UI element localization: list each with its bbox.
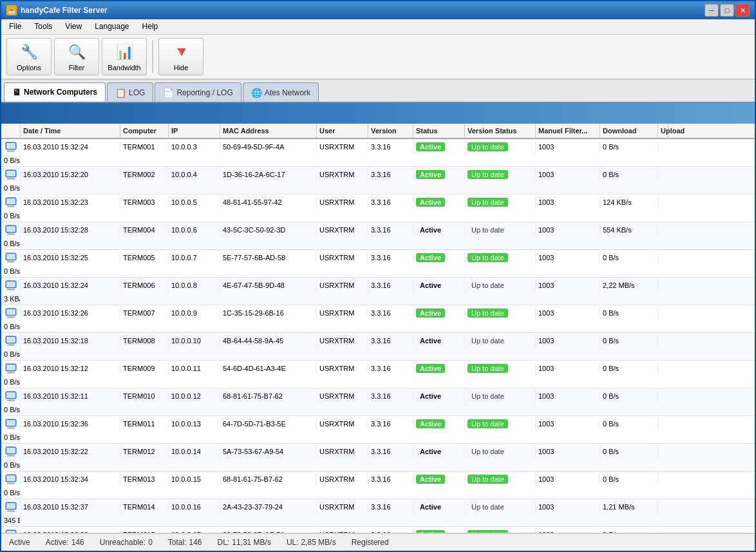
row-mac: 2A-43-23-37-79-24 bbox=[220, 501, 317, 513]
app-icon: ☕ bbox=[6, 5, 17, 15]
hide-button[interactable]: 🔻 Hide bbox=[158, 38, 203, 75]
row-mac: 68-81-61-75-B7-62 bbox=[220, 390, 317, 402]
row-version: 3.3.16 bbox=[368, 224, 413, 236]
table-row[interactable]: 16.03.2010 15:32:25 TERM005 10.0.0.7 5E-… bbox=[1, 250, 755, 278]
row-version: 3.3.16 bbox=[368, 390, 413, 402]
row-datetime: 16.03.2010 15:32:28 bbox=[21, 224, 120, 236]
tab-ates-network[interactable]: 🌐 Ates Network bbox=[243, 82, 319, 102]
table-row[interactable]: 16.03.2010 15:32:24 TERM006 10.0.0.8 4E-… bbox=[1, 278, 755, 305]
main-content: Date / Time Computer IP MAC Address User… bbox=[1, 124, 755, 533]
table-row[interactable]: 16.03.2010 15:32:36 TERM011 10.0.0.13 64… bbox=[1, 416, 755, 444]
row-download: 0 B/s bbox=[600, 169, 658, 180]
filter-button[interactable]: 🔍 Filter bbox=[54, 38, 99, 75]
table-row[interactable]: 16.03.2010 15:32:18 TERM008 10.0.0.10 4B… bbox=[1, 333, 755, 361]
row-ip: 10.0.0.12 bbox=[169, 390, 220, 402]
svg-rect-18 bbox=[7, 262, 15, 263]
maximize-button[interactable]: □ bbox=[720, 4, 734, 17]
table-row[interactable]: 16.03.2010 15:32:28 TERM004 10.0.0.6 43-… bbox=[1, 222, 755, 250]
row-version: 3.3.16 bbox=[368, 280, 413, 291]
bandwidth-button[interactable]: 📊 Bandwidth bbox=[102, 38, 147, 75]
minimize-button[interactable]: ─ bbox=[704, 4, 719, 17]
main-window: ☕ handyCafe Filter Server ─ □ ✕ File Too… bbox=[0, 0, 756, 552]
menu-language[interactable]: Language bbox=[90, 21, 134, 33]
active-value: 146 bbox=[71, 538, 84, 547]
hide-icon: 🔻 bbox=[171, 42, 191, 62]
table-row[interactable]: 16.03.2010 15:32:23 TERM003 10.0.0.5 48-… bbox=[1, 195, 755, 222]
row-version-status: Up to date bbox=[465, 224, 536, 236]
row-download: 554 KB/s bbox=[600, 224, 658, 236]
table-row[interactable]: 16.03.2010 15:32:24 TERM001 10.0.0.3 50-… bbox=[1, 139, 755, 167]
ul-label: UL: bbox=[287, 538, 299, 547]
active-label: Active: bbox=[46, 538, 69, 547]
row-download: 124 KB/s bbox=[600, 196, 658, 208]
title-controls: ─ □ ✕ bbox=[704, 4, 750, 17]
status-label: Active bbox=[9, 538, 30, 547]
svg-rect-27 bbox=[6, 309, 15, 315]
row-version-status: Up to date bbox=[465, 390, 536, 403]
svg-rect-13 bbox=[9, 233, 13, 234]
row-upload: 0 B/s bbox=[1, 155, 21, 166]
col-computer: Computer bbox=[120, 124, 169, 138]
row-status: Active bbox=[413, 168, 465, 181]
registered-item: Registered bbox=[352, 538, 389, 547]
table-row[interactable]: 16.03.2010 15:32:34 TERM013 10.0.0.15 68… bbox=[1, 471, 755, 499]
tab-log[interactable]: 📋 LOG bbox=[107, 82, 153, 102]
table-row[interactable]: 16.03.2010 15:32:30 TERM015 10.0.0.17 60… bbox=[1, 527, 755, 533]
tab-reporting-log[interactable]: 📄 Reporting / LOG bbox=[155, 82, 241, 102]
col-user: User bbox=[317, 124, 368, 138]
menu-help[interactable]: Help bbox=[137, 21, 164, 33]
row-ip: 10.0.0.8 bbox=[169, 280, 220, 291]
svg-rect-47 bbox=[6, 448, 15, 453]
tab-network-computers[interactable]: 🖥 Network Computers bbox=[4, 82, 106, 102]
row-version-status: Up to date bbox=[465, 528, 536, 533]
row-ip: 10.0.0.9 bbox=[169, 307, 220, 319]
row-datetime: 16.03.2010 15:32:36 bbox=[21, 418, 120, 430]
row-ip: 10.0.0.4 bbox=[169, 169, 220, 180]
row-ip: 10.0.0.15 bbox=[169, 473, 220, 485]
row-upload: 3 KB/s bbox=[1, 293, 21, 305]
bandwidth-icon: 📊 bbox=[114, 42, 135, 62]
row-manuel: 1003 bbox=[536, 446, 600, 457]
row-manuel: 1003 bbox=[536, 141, 600, 153]
row-manuel: 1003 bbox=[536, 224, 600, 236]
table-row[interactable]: 16.03.2010 15:32:22 TERM012 10.0.0.14 5A… bbox=[1, 444, 755, 471]
row-icon bbox=[1, 333, 21, 348]
row-user: USRXTRM bbox=[317, 501, 368, 513]
row-manuel: 1003 bbox=[536, 196, 600, 208]
menu-bar: File Tools View Language Help bbox=[1, 19, 755, 35]
row-upload: 0 B/s bbox=[1, 487, 21, 499]
table-row[interactable]: 16.03.2010 15:32:20 TERM002 10.0.0.4 1D-… bbox=[1, 167, 755, 195]
close-button[interactable]: ✕ bbox=[735, 4, 750, 17]
row-version-status: Up to date bbox=[465, 500, 536, 513]
row-version: 3.3.16 bbox=[368, 473, 413, 485]
row-user: USRXTRM bbox=[317, 335, 368, 347]
options-button[interactable]: 🔧 Options bbox=[6, 38, 52, 75]
row-icon bbox=[1, 250, 21, 265]
menu-file[interactable]: File bbox=[4, 21, 26, 33]
svg-rect-35 bbox=[6, 365, 15, 370]
row-version: 3.3.16 bbox=[368, 363, 413, 374]
table-row[interactable]: 16.03.2010 15:32:26 TERM007 10.0.0.9 1C-… bbox=[1, 305, 755, 333]
table-row[interactable]: 16.03.2010 15:32:11 TERM010 10.0.0.12 68… bbox=[1, 388, 755, 416]
row-datetime: 16.03.2010 15:32:24 bbox=[21, 280, 120, 291]
row-status: Active bbox=[413, 279, 465, 292]
row-version-status: Up to date bbox=[465, 140, 536, 153]
status-active-item: Active bbox=[9, 538, 30, 547]
row-icon bbox=[1, 388, 21, 404]
table-row[interactable]: 16.03.2010 15:32:37 TERM014 10.0.0.16 2A… bbox=[1, 499, 755, 527]
svg-rect-19 bbox=[6, 254, 15, 260]
dl-item: DL: 11,31 MB/s bbox=[218, 538, 271, 547]
svg-rect-23 bbox=[6, 281, 15, 287]
row-user: USRXTRM bbox=[317, 224, 368, 236]
menu-view[interactable]: View bbox=[60, 21, 87, 33]
row-mac: 5E-77-57-6B-AD-58 bbox=[220, 252, 317, 263]
row-upload: 0 B/s bbox=[1, 265, 21, 277]
row-ip: 10.0.0.11 bbox=[169, 363, 220, 374]
table-row[interactable]: 16.03.2010 15:32:12 TERM009 10.0.0.11 54… bbox=[1, 361, 755, 388]
tab-reporting-log-label: Reporting / LOG bbox=[176, 88, 232, 97]
total-label: Total: bbox=[168, 538, 187, 547]
svg-rect-5 bbox=[9, 177, 13, 178]
row-icon bbox=[1, 361, 21, 376]
menu-tools[interactable]: Tools bbox=[29, 21, 57, 33]
col-upload: Upload bbox=[658, 124, 668, 138]
